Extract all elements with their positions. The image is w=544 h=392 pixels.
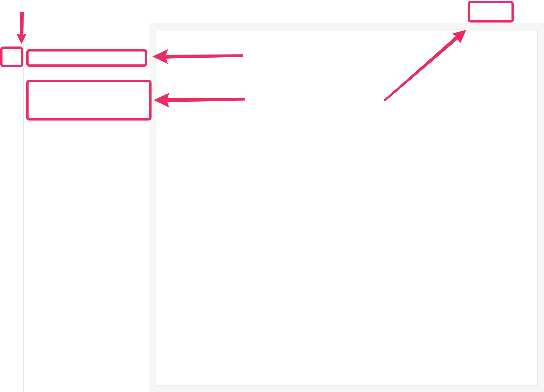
storefront-preview-canvas [156, 30, 538, 385]
theme-editor-app: Instant-headless-theme Draft ••• Home pa… [0, 0, 544, 392]
left-icon-rail [0, 23, 24, 392]
top-header-bar [0, 0, 544, 23]
theme-settings-panel [24, 23, 149, 392]
